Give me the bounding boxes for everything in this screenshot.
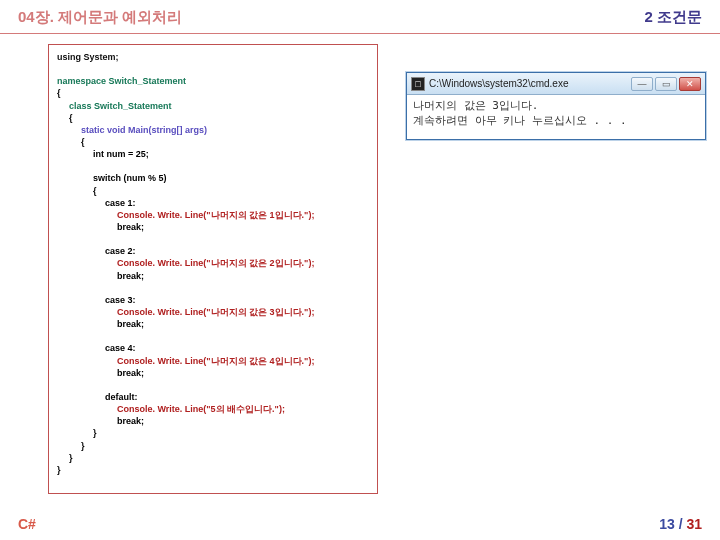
maximize-button[interactable]: ▭ [655,77,677,91]
code-line: class Switch_Statement [57,100,369,112]
code-line: static void Main(string[] args) [57,124,369,136]
code-line: Console. Write. Line("5의 배수입니다."); [57,403,369,415]
console-output: 나머지의 값은 3입니다. 계속하려면 아무 키나 누르십시오 . . . [407,95,705,139]
code-line: { [57,136,369,148]
code-line: Console. Write. Line("나머지의 값은 3입니다."); [57,306,369,318]
code-line: case 1: [57,197,369,209]
code-line: } [57,464,369,476]
cmd-icon: □ [411,77,425,91]
code-line: break; [57,415,369,427]
code-line: { [57,87,369,99]
section-title: 2 조건문 [644,8,702,27]
code-line: Console. Write. Line("나머지의 값은 4입니다."); [57,355,369,367]
console-titlebar[interactable]: □ C:\Windows\system32\cmd.exe — ▭ ✕ [407,73,705,95]
page-total: 31 [686,516,702,532]
code-line: break; [57,270,369,282]
code-line: Console. Write. Line("나머지의 값은 1입니다."); [57,209,369,221]
code-line: { [57,185,369,197]
footer-label: C# [18,516,36,532]
code-line: using System; [57,51,369,63]
code-line: namespace Switch_Statement [57,75,369,87]
page-number: 13 / 31 [659,516,702,532]
code-line: default: [57,391,369,403]
code-line: break; [57,221,369,233]
code-line: } [57,440,369,452]
code-line: int num = 25; [57,148,369,160]
slide-header: 04장. 제어문과 예외처리 2 조건문 [0,0,720,34]
console-title: C:\Windows\system32\cmd.exe [429,78,631,89]
code-line: { [57,112,369,124]
code-line: case 2: [57,245,369,257]
console-window: □ C:\Windows\system32\cmd.exe — ▭ ✕ 나머지의… [406,72,706,140]
code-line: switch (num % 5) [57,172,369,184]
code-line: break; [57,367,369,379]
minimize-button[interactable]: — [631,77,653,91]
console-line: 나머지의 값은 3입니다. [413,99,539,112]
slide-footer: C# 13 / 31 [0,516,720,532]
code-line: Console. Write. Line("나머지의 값은 2입니다."); [57,257,369,269]
code-line: case 4: [57,342,369,354]
code-line: case 3: [57,294,369,306]
chapter-title: 04장. 제어문과 예외처리 [18,8,182,27]
code-line: } [57,452,369,464]
page-sep: / [675,516,687,532]
console-line: 계속하려면 아무 키나 누르십시오 . . . [413,114,627,127]
code-box: using System; namespace Switch_Statement… [48,44,378,494]
code-line: break; [57,318,369,330]
close-button[interactable]: ✕ [679,77,701,91]
code-line: } [57,427,369,439]
page-current: 13 [659,516,675,532]
